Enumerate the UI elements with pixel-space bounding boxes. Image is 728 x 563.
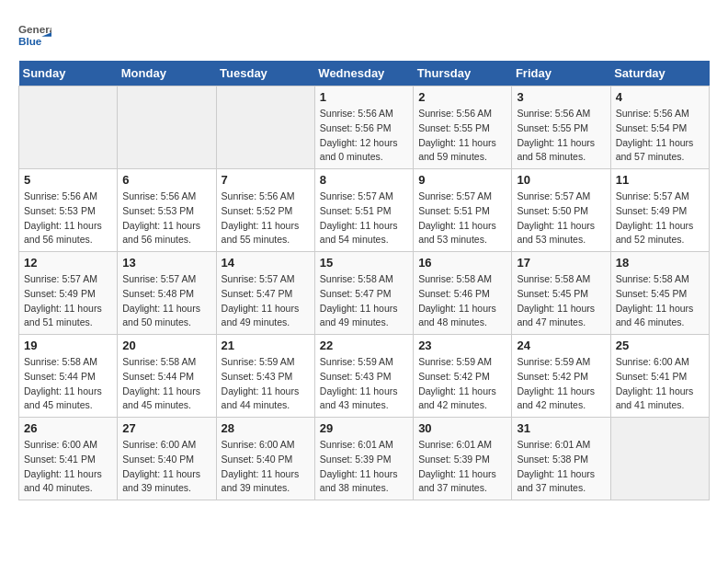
day-info: Sunrise: 6:00 AM Sunset: 5:40 PM Dayligh… bbox=[122, 438, 210, 496]
calendar-cell bbox=[118, 86, 216, 169]
day-info: Sunrise: 5:58 AM Sunset: 5:45 PM Dayligh… bbox=[616, 272, 704, 330]
day-info: Sunrise: 6:00 AM Sunset: 5:40 PM Dayligh… bbox=[222, 438, 310, 496]
day-number: 2 bbox=[418, 90, 506, 104]
day-number: 23 bbox=[418, 339, 506, 352]
day-number: 14 bbox=[222, 256, 310, 270]
day-number: 15 bbox=[320, 256, 408, 270]
day-info: Sunrise: 5:57 AM Sunset: 5:50 PM Dayligh… bbox=[517, 190, 605, 247]
day-info: Sunrise: 5:56 AM Sunset: 5:56 PM Dayligh… bbox=[320, 107, 408, 165]
day-number: 5 bbox=[24, 173, 112, 187]
day-number: 24 bbox=[517, 339, 605, 352]
day-info: Sunrise: 5:56 AM Sunset: 5:55 PM Dayligh… bbox=[517, 107, 605, 165]
calendar-week-row: 5Sunrise: 5:56 AM Sunset: 5:53 PM Daylig… bbox=[19, 169, 710, 252]
day-number: 9 bbox=[418, 173, 506, 187]
day-number: 16 bbox=[418, 256, 506, 270]
day-number: 19 bbox=[24, 339, 112, 352]
day-info: Sunrise: 6:00 AM Sunset: 5:41 PM Dayligh… bbox=[24, 438, 112, 496]
calendar-cell: 6Sunrise: 5:56 AM Sunset: 5:53 PM Daylig… bbox=[118, 169, 216, 252]
day-number: 13 bbox=[122, 256, 210, 270]
calendar-cell: 15Sunrise: 5:58 AM Sunset: 5:47 PM Dayli… bbox=[314, 252, 413, 335]
day-info: Sunrise: 5:56 AM Sunset: 5:52 PM Dayligh… bbox=[222, 190, 310, 247]
day-number: 29 bbox=[320, 421, 408, 435]
weekday-header: Sunday bbox=[19, 61, 118, 86]
day-number: 18 bbox=[616, 256, 704, 270]
calendar-cell: 5Sunrise: 5:56 AM Sunset: 5:53 PM Daylig… bbox=[19, 169, 118, 252]
day-number: 22 bbox=[320, 339, 408, 352]
day-info: Sunrise: 5:56 AM Sunset: 5:53 PM Dayligh… bbox=[122, 190, 210, 247]
day-info: Sunrise: 6:01 AM Sunset: 5:38 PM Dayligh… bbox=[517, 438, 605, 496]
day-number: 28 bbox=[222, 421, 310, 435]
day-info: Sunrise: 5:57 AM Sunset: 5:48 PM Dayligh… bbox=[122, 272, 210, 330]
day-number: 31 bbox=[517, 421, 605, 435]
day-number: 4 bbox=[616, 90, 704, 104]
svg-text:General: General bbox=[18, 23, 51, 35]
calendar-cell bbox=[19, 86, 118, 169]
day-info: Sunrise: 6:01 AM Sunset: 5:39 PM Dayligh… bbox=[320, 438, 408, 496]
day-info: Sunrise: 6:01 AM Sunset: 5:39 PM Dayligh… bbox=[418, 438, 506, 496]
day-number: 12 bbox=[24, 256, 112, 270]
day-info: Sunrise: 5:59 AM Sunset: 5:43 PM Dayligh… bbox=[222, 355, 310, 413]
calendar-cell: 9Sunrise: 5:57 AM Sunset: 5:51 PM Daylig… bbox=[414, 169, 512, 252]
weekday-header: Saturday bbox=[610, 61, 709, 86]
calendar-cell: 22Sunrise: 5:59 AM Sunset: 5:43 PM Dayli… bbox=[314, 335, 413, 418]
day-info: Sunrise: 5:57 AM Sunset: 5:51 PM Dayligh… bbox=[418, 190, 506, 247]
day-number: 6 bbox=[122, 173, 210, 187]
calendar-cell: 12Sunrise: 5:57 AM Sunset: 5:49 PM Dayli… bbox=[19, 252, 118, 335]
calendar-cell: 10Sunrise: 5:57 AM Sunset: 5:50 PM Dayli… bbox=[512, 169, 610, 252]
day-number: 27 bbox=[122, 421, 210, 435]
calendar-cell: 14Sunrise: 5:57 AM Sunset: 5:47 PM Dayli… bbox=[216, 252, 314, 335]
calendar-week-row: 1Sunrise: 5:56 AM Sunset: 5:56 PM Daylig… bbox=[19, 86, 710, 169]
day-info: Sunrise: 5:59 AM Sunset: 5:42 PM Dayligh… bbox=[517, 355, 605, 413]
calendar-cell: 19Sunrise: 5:58 AM Sunset: 5:44 PM Dayli… bbox=[19, 335, 118, 418]
calendar-table: SundayMondayTuesdayWednesdayThursdayFrid… bbox=[18, 61, 710, 500]
day-number: 1 bbox=[320, 90, 408, 104]
calendar-cell: 3Sunrise: 5:56 AM Sunset: 5:55 PM Daylig… bbox=[512, 86, 610, 169]
day-number: 8 bbox=[320, 173, 408, 187]
calendar-cell: 26Sunrise: 6:00 AM Sunset: 5:41 PM Dayli… bbox=[19, 418, 118, 500]
calendar-cell: 7Sunrise: 5:56 AM Sunset: 5:52 PM Daylig… bbox=[216, 169, 314, 252]
day-info: Sunrise: 5:56 AM Sunset: 5:55 PM Dayligh… bbox=[418, 107, 506, 165]
svg-text:Blue: Blue bbox=[18, 35, 42, 47]
calendar-week-row: 19Sunrise: 5:58 AM Sunset: 5:44 PM Dayli… bbox=[19, 335, 710, 418]
calendar-cell bbox=[610, 418, 709, 500]
day-number: 25 bbox=[616, 339, 704, 352]
day-info: Sunrise: 5:57 AM Sunset: 5:49 PM Dayligh… bbox=[24, 272, 112, 330]
day-info: Sunrise: 5:57 AM Sunset: 5:47 PM Dayligh… bbox=[222, 272, 310, 330]
logo: General Blue bbox=[18, 18, 55, 52]
calendar-week-row: 12Sunrise: 5:57 AM Sunset: 5:49 PM Dayli… bbox=[19, 252, 710, 335]
day-info: Sunrise: 5:58 AM Sunset: 5:44 PM Dayligh… bbox=[24, 355, 112, 413]
calendar-cell: 24Sunrise: 5:59 AM Sunset: 5:42 PM Dayli… bbox=[512, 335, 610, 418]
calendar-cell: 30Sunrise: 6:01 AM Sunset: 5:39 PM Dayli… bbox=[414, 418, 512, 500]
calendar-cell: 25Sunrise: 6:00 AM Sunset: 5:41 PM Dayli… bbox=[610, 335, 709, 418]
day-number: 11 bbox=[616, 173, 704, 187]
weekday-header: Thursday bbox=[414, 61, 512, 86]
weekday-header: Monday bbox=[118, 61, 216, 86]
weekday-header: Wednesday bbox=[314, 61, 413, 86]
day-number: 26 bbox=[24, 421, 112, 435]
day-info: Sunrise: 5:58 AM Sunset: 5:46 PM Dayligh… bbox=[418, 272, 506, 330]
calendar-cell: 2Sunrise: 5:56 AM Sunset: 5:55 PM Daylig… bbox=[414, 86, 512, 169]
calendar-cell: 1Sunrise: 5:56 AM Sunset: 5:56 PM Daylig… bbox=[314, 86, 413, 169]
day-info: Sunrise: 5:57 AM Sunset: 5:51 PM Dayligh… bbox=[320, 190, 408, 247]
calendar-cell: 8Sunrise: 5:57 AM Sunset: 5:51 PM Daylig… bbox=[314, 169, 413, 252]
day-number: 21 bbox=[222, 339, 310, 352]
day-number: 20 bbox=[122, 339, 210, 352]
calendar-cell: 28Sunrise: 6:00 AM Sunset: 5:40 PM Dayli… bbox=[216, 418, 314, 500]
calendar-cell: 21Sunrise: 5:59 AM Sunset: 5:43 PM Dayli… bbox=[216, 335, 314, 418]
day-number: 7 bbox=[222, 173, 310, 187]
weekday-header: Friday bbox=[512, 61, 610, 86]
calendar-body: 1Sunrise: 5:56 AM Sunset: 5:56 PM Daylig… bbox=[19, 86, 710, 500]
calendar-cell: 20Sunrise: 5:58 AM Sunset: 5:44 PM Dayli… bbox=[118, 335, 216, 418]
calendar-cell: 31Sunrise: 6:01 AM Sunset: 5:38 PM Dayli… bbox=[512, 418, 610, 500]
page-header: General Blue bbox=[18, 18, 710, 52]
calendar-cell: 29Sunrise: 6:01 AM Sunset: 5:39 PM Dayli… bbox=[314, 418, 413, 500]
day-info: Sunrise: 5:58 AM Sunset: 5:47 PM Dayligh… bbox=[320, 272, 408, 330]
calendar-cell: 16Sunrise: 5:58 AM Sunset: 5:46 PM Dayli… bbox=[414, 252, 512, 335]
calendar-cell bbox=[216, 86, 314, 169]
calendar-week-row: 26Sunrise: 6:00 AM Sunset: 5:41 PM Dayli… bbox=[19, 418, 710, 500]
day-info: Sunrise: 5:57 AM Sunset: 5:49 PM Dayligh… bbox=[616, 190, 704, 247]
calendar-cell: 27Sunrise: 6:00 AM Sunset: 5:40 PM Dayli… bbox=[118, 418, 216, 500]
weekday-header: Tuesday bbox=[216, 61, 314, 86]
calendar-cell: 11Sunrise: 5:57 AM Sunset: 5:49 PM Dayli… bbox=[610, 169, 709, 252]
day-info: Sunrise: 6:00 AM Sunset: 5:41 PM Dayligh… bbox=[616, 355, 704, 413]
